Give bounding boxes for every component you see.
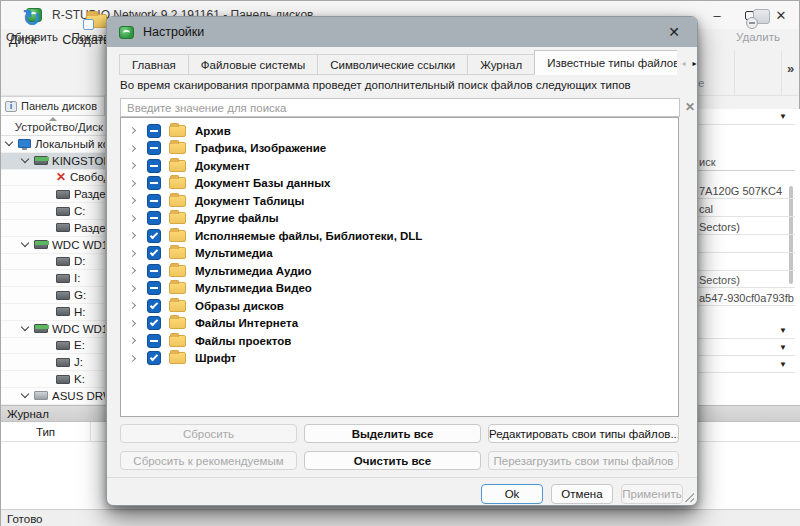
delete-button[interactable]: Удалить	[735, 1, 781, 45]
file-type-row[interactable]: Документ Базы данных	[121, 175, 678, 193]
checkbox[interactable]	[147, 124, 161, 138]
dropdown-arrow-icon[interactable]: ▼	[779, 326, 787, 335]
file-type-row[interactable]: Мультимедиа Видео	[121, 280, 678, 298]
checkbox[interactable]	[147, 194, 161, 208]
file-type-row[interactable]: Другие файлы	[121, 210, 678, 228]
expand-chevron-icon[interactable]	[129, 285, 136, 292]
dialog-action-button[interactable]: Выделить все	[304, 424, 481, 443]
checkbox[interactable]	[147, 211, 161, 225]
device-tree-row[interactable]: WDC WD10EZEX	[1, 321, 105, 338]
file-type-row[interactable]: Шрифт	[121, 350, 678, 368]
expanded-chevron-icon[interactable]	[5, 138, 13, 146]
device-tree-row[interactable]: G:	[1, 287, 105, 304]
expanded-chevron-icon[interactable]	[21, 239, 29, 247]
expand-chevron-icon[interactable]	[129, 197, 136, 204]
file-type-row[interactable]: Файлы Интернета	[121, 315, 678, 333]
device-tree-row[interactable]: ASUS DRW-24D5MT	[1, 388, 105, 405]
property-cell[interactable]: ▼	[695, 109, 795, 125]
dialog-action-button[interactable]: Редактировать свои типы файлов...	[488, 424, 679, 443]
dropdown-arrow-icon[interactable]: ▼	[779, 360, 787, 369]
expand-chevron-icon[interactable]	[129, 302, 136, 309]
device-tree-row[interactable]: Раздел	[1, 220, 105, 237]
dialog-tab[interactable]: Журнал	[467, 54, 535, 75]
journal-type-column[interactable]: Тип	[1, 422, 91, 442]
checkbox[interactable]	[147, 246, 161, 260]
device-tree-row[interactable]: K:	[1, 371, 105, 388]
tab-scroll-right-icon[interactable]: ▸	[689, 54, 700, 72]
checkbox[interactable]	[147, 334, 161, 348]
dialog-action-button[interactable]: Перезагрузить свои типы файлов	[488, 451, 679, 470]
tab-scroll-left-icon[interactable]: ◂	[678, 54, 689, 72]
search-input[interactable]	[120, 98, 680, 117]
property-cell[interactable]: ▼	[695, 323, 795, 339]
file-type-row[interactable]: Образы дисков	[121, 297, 678, 315]
device-tree-row[interactable]: C:	[1, 203, 105, 220]
checkbox[interactable]	[147, 299, 161, 313]
checkbox[interactable]	[147, 229, 161, 243]
device-tree-row[interactable]: D:	[1, 254, 105, 271]
expand-chevron-icon[interactable]	[129, 127, 136, 134]
dialog-tab[interactable]: Главная	[119, 54, 189, 75]
drive-green-icon	[34, 156, 48, 165]
checkbox[interactable]	[147, 159, 161, 173]
expand-chevron-icon[interactable]	[129, 355, 136, 362]
dialog-action-button[interactable]: Очистить все	[304, 451, 481, 470]
expand-chevron-icon[interactable]	[129, 215, 136, 222]
device-tree-row[interactable]: H:	[1, 304, 105, 321]
dropdown-arrow-icon[interactable]: ▼	[779, 343, 787, 352]
device-tree-row[interactable]: ✕Свободные	[1, 170, 105, 187]
tab-disk-panel[interactable]: i Панель дисков	[1, 96, 105, 116]
expand-chevron-icon[interactable]	[129, 250, 136, 257]
device-tree-row[interactable]: WDC WD10EZEX	[1, 237, 105, 254]
device-tree-row[interactable]: I:	[1, 270, 105, 287]
device-tree-row[interactable]: Раздел	[1, 186, 105, 203]
device-tree-row[interactable]: Локальный компьютер	[1, 136, 105, 153]
device-tree-row[interactable]: KINGSTON SA400S3	[1, 153, 105, 170]
device-tree-row[interactable]: J:	[1, 354, 105, 371]
property-cell[interactable]: ▼	[695, 357, 795, 373]
property-cell[interactable]: ▼	[695, 340, 795, 356]
file-type-row[interactable]: Архив	[121, 122, 678, 140]
file-type-row[interactable]: Документ Таблицы	[121, 192, 678, 210]
checkbox[interactable]	[147, 141, 161, 155]
dialog-close-button[interactable]: ✕	[659, 17, 689, 47]
toolbar-overflow-icon[interactable]: »	[787, 61, 794, 76]
checkbox[interactable]	[147, 176, 161, 190]
device-tree-row[interactable]: E:	[1, 338, 105, 355]
checkbox[interactable]	[147, 281, 161, 295]
dropdown-arrow-icon[interactable]: ▼	[779, 112, 787, 121]
ok-button[interactable]: Ok	[481, 484, 543, 504]
expand-chevron-icon[interactable]	[129, 337, 136, 344]
file-type-row[interactable]: Файлы проектов	[121, 332, 678, 350]
folder-icon	[169, 177, 186, 189]
file-type-row[interactable]: Графика, Изображение	[121, 140, 678, 158]
dialog-action-button[interactable]: Сбросить	[120, 424, 297, 443]
expand-chevron-icon[interactable]	[129, 232, 136, 239]
checkbox[interactable]	[147, 264, 161, 278]
cancel-button[interactable]: Отмена	[551, 484, 613, 504]
file-type-row[interactable]: Исполняемые файлы, Библиотеки, DLL	[121, 227, 678, 245]
expanded-chevron-icon[interactable]	[21, 155, 29, 163]
dialog-action-button[interactable]: Сбросить к рекомендуемым	[120, 451, 297, 470]
expanded-chevron-icon[interactable]	[21, 323, 29, 331]
dialog-tab[interactable]: Символические ссылки	[317, 54, 468, 75]
apply-button[interactable]: Применить	[621, 484, 683, 504]
minimize-button[interactable]: –	[701, 2, 733, 28]
file-type-row[interactable]: Мультимедиа Аудио	[121, 262, 678, 280]
dialog-tab[interactable]: Файловые системы	[188, 54, 318, 75]
folder-icon	[169, 247, 186, 259]
checkbox[interactable]	[147, 316, 161, 330]
dialog-tab[interactable]: Известные типы файлов	[534, 50, 677, 75]
search-clear-icon[interactable]: ✕	[685, 100, 695, 114]
checkbox[interactable]	[147, 351, 161, 365]
expanded-chevron-icon[interactable]	[21, 390, 29, 398]
resize-grip[interactable]	[683, 491, 694, 502]
expand-chevron-icon[interactable]	[129, 320, 136, 327]
expand-chevron-icon[interactable]	[129, 145, 136, 152]
expand-chevron-icon[interactable]	[129, 162, 136, 169]
file-type-row[interactable]: Мультимедиа	[121, 245, 678, 263]
file-type-row[interactable]: Документ	[121, 157, 678, 175]
expand-chevron-icon[interactable]	[129, 180, 136, 187]
refresh-button[interactable]: ↻ Обновить	[3, 1, 61, 45]
expand-chevron-icon[interactable]	[129, 267, 136, 274]
